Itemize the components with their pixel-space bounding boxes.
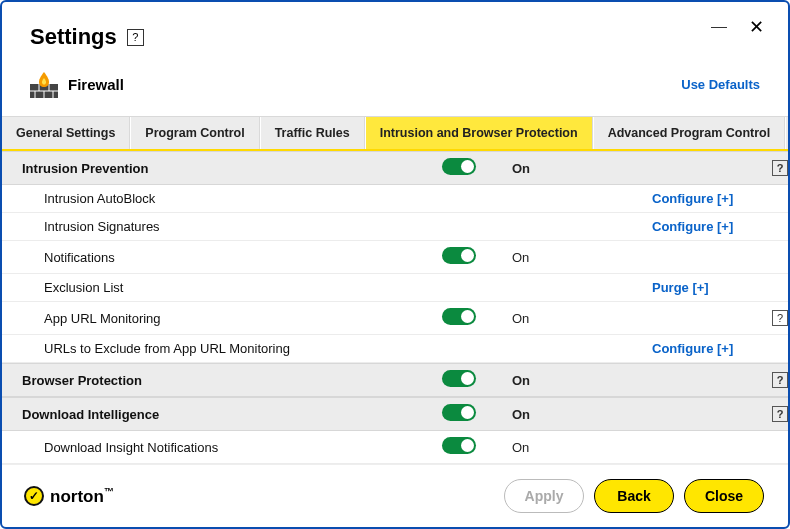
configure-intrusion-autoblock-link[interactable]: Configure [+] [652,191,772,206]
toggle-intrusion-prevention[interactable] [442,158,512,178]
section-header: Firewall Use Defaults [2,60,788,116]
norton-logo: ✓ norton™ [24,486,494,507]
tab-intrusion-browser-protection[interactable]: Intrusion and Browser Protection [365,117,593,149]
minimize-icon[interactable] [711,26,727,28]
purge-exclusion-list-link[interactable]: Purge [+] [652,280,772,295]
status-download-intelligence: On [512,407,652,422]
label-intrusion-prevention: Intrusion Prevention [22,161,442,176]
norton-check-icon: ✓ [24,486,44,506]
tab-program-control[interactable]: Program Control [130,117,259,149]
firewall-icon [30,70,58,98]
page-title-wrap: Settings ? [30,24,711,50]
configure-intrusion-signatures-link[interactable]: Configure [+] [652,219,772,234]
row-app-url-monitoring: App URL Monitoring On ? [2,302,788,335]
footer: ✓ norton™ Apply Back Close [2,464,788,527]
toggle-download-intelligence[interactable] [442,404,512,424]
label-browser-protection: Browser Protection [22,373,442,388]
tab-advanced-program-control[interactable]: Advanced Program Control [593,117,786,149]
row-notifications: Notifications On [2,241,788,274]
label-download-insight-notif: Download Insight Notifications [22,440,442,455]
configure-urls-to-exclude-link[interactable]: Configure [+] [652,341,772,356]
tab-general-settings[interactable]: General Settings [2,117,130,149]
trademark-icon: ™ [104,486,114,497]
row-intrusion-autoblock: Intrusion AutoBlock Configure [+] [2,185,788,213]
toggle-app-url-monitoring[interactable] [442,308,512,328]
row-download-insight-notifications: Download Insight Notifications On [2,431,788,464]
settings-rows: Intrusion Prevention On ? Intrusion Auto… [2,151,788,464]
row-download-intelligence: Download Intelligence On ? [2,397,788,431]
window-controls: ✕ [711,18,764,36]
titlebar: Settings ? ✕ [2,2,788,60]
row-intrusion-prevention: Intrusion Prevention On ? [2,151,788,185]
page-title: Settings [30,24,117,50]
label-exclusion-list: Exclusion List [22,280,442,295]
status-intrusion-prevention: On [512,161,652,176]
back-button[interactable]: Back [594,479,674,513]
status-browser-protection: On [512,373,652,388]
label-download-intelligence: Download Intelligence [22,407,442,422]
section-title: Firewall [68,76,681,93]
close-button[interactable]: Close [684,479,764,513]
label-app-url-monitoring: App URL Monitoring [22,311,442,326]
row-browser-protection: Browser Protection On ? [2,363,788,397]
settings-window: Settings ? ✕ Firewall Use Defaults [0,0,790,529]
label-intrusion-autoblock: Intrusion AutoBlock [22,191,442,206]
norton-brand: norton [50,486,104,505]
row-urls-to-exclude: URLs to Exclude from App URL Monitoring … [2,335,788,363]
toggle-browser-protection[interactable] [442,370,512,390]
label-notifications: Notifications [22,250,442,265]
apply-button[interactable]: Apply [504,479,584,513]
toggle-notifications[interactable] [442,247,512,267]
help-intrusion-prevention-icon[interactable]: ? [772,160,788,176]
help-download-intelligence-icon[interactable]: ? [772,406,788,422]
label-urls-to-exclude: URLs to Exclude from App URL Monitoring [22,341,442,356]
status-app-url-monitoring: On [512,311,652,326]
help-browser-protection-icon[interactable]: ? [772,372,788,388]
status-notifications: On [512,250,652,265]
use-defaults-link[interactable]: Use Defaults [681,77,760,92]
toggle-download-insight-notif[interactable] [442,437,512,457]
close-icon[interactable]: ✕ [749,18,764,36]
tab-traffic-rules[interactable]: Traffic Rules [260,117,365,149]
row-exclusion-list: Exclusion List Purge [+] [2,274,788,302]
tabs: General Settings Program Control Traffic… [2,116,788,151]
label-intrusion-signatures: Intrusion Signatures [22,219,442,234]
tabs-spacer [785,117,788,149]
status-download-insight-notif: On [512,440,652,455]
help-icon[interactable]: ? [127,29,144,46]
help-app-url-monitoring-icon[interactable]: ? [772,310,788,326]
row-intrusion-signatures: Intrusion Signatures Configure [+] [2,213,788,241]
